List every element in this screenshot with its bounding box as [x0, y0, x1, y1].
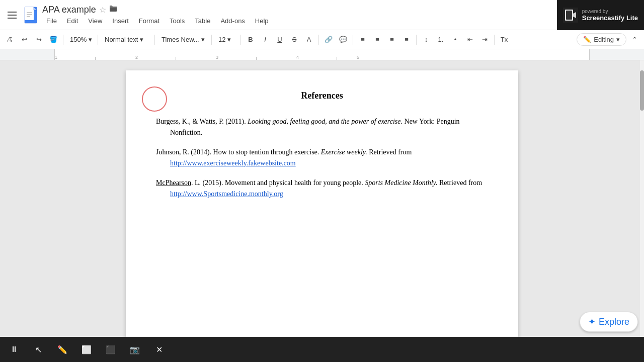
doc-icon: [24, 7, 38, 24]
editing-label: Editing: [594, 36, 614, 43]
ruler: 1 2 3 4 5: [0, 49, 644, 60]
font-size-value: 12: [218, 36, 225, 43]
align-justify-btn[interactable]: ≡: [400, 33, 413, 46]
ref2-link[interactable]: http://www.exerciseweekly.fakewebsite.co…: [170, 159, 296, 167]
link-btn[interactable]: 🔗: [322, 33, 335, 46]
screencastify-logo: powered by Screencastify Lite: [557, 0, 644, 30]
clear-format-btn[interactable]: Tx: [498, 33, 511, 46]
redo-btn[interactable]: ↪: [32, 33, 45, 46]
camera-btn[interactable]: 📷: [127, 341, 143, 357]
sep5: [240, 35, 241, 45]
ruler-mark-4: 4: [296, 55, 299, 60]
menu-row: File Edit View Insert Format Tools Table…: [42, 16, 557, 26]
doc-title[interactable]: APA example: [42, 5, 96, 15]
style-dropdown[interactable]: Normal text ▾: [101, 33, 151, 46]
folder-icon[interactable]: [109, 5, 117, 15]
ul-btn[interactable]: •: [449, 33, 462, 46]
editing-mode-btn[interactable]: ✏️ Editing ▾: [577, 33, 626, 46]
indent-dec-btn[interactable]: ⇤: [463, 33, 476, 46]
zoom-value: 150%: [70, 36, 87, 43]
collapse-toolbar-btn[interactable]: ⌃: [628, 33, 641, 46]
pencil-icon: ✏️: [583, 36, 591, 43]
bottom-bar: ⏸ ↖ ✏️ ⬜ ⬛ 📷 ✕: [0, 337, 644, 362]
scrollbar-thumb[interactable]: [640, 70, 644, 111]
comment-btn[interactable]: 💬: [337, 33, 350, 46]
star-icon[interactable]: ☆: [99, 5, 106, 15]
sep8: [416, 35, 417, 45]
strikethrough-btn[interactable]: S: [288, 33, 301, 46]
menu-tools[interactable]: Tools: [166, 16, 189, 26]
font-chevron: ▾: [201, 36, 205, 43]
size-chevron: ▾: [227, 36, 231, 43]
italic-btn[interactable]: I: [259, 33, 272, 46]
zoom-chevron: ▾: [89, 36, 92, 43]
ruler-mark-3: 3: [216, 55, 218, 60]
font-value: Times New...: [162, 36, 199, 43]
cursor-btn[interactable]: ↖: [30, 341, 46, 357]
shape-btn[interactable]: ⬛: [103, 341, 119, 357]
ref3-text: McPhearson. L. (2015). Movement and phys…: [156, 179, 482, 198]
zoom-dropdown[interactable]: 150% ▾: [66, 33, 95, 46]
ruler-mark-5: 5: [357, 55, 359, 60]
pause-btn[interactable]: ⏸: [6, 341, 22, 357]
menu-format[interactable]: Format: [135, 16, 164, 26]
undo-btn[interactable]: ↩: [18, 33, 31, 46]
explore-btn[interactable]: ✦ Explore: [580, 312, 638, 332]
ref3-link[interactable]: http://www.Sportsmedicine.monthly.org: [170, 190, 283, 198]
sep2: [98, 35, 98, 45]
screencastify-text: powered by Screencastify Lite: [582, 9, 638, 22]
editing-chevron: ▾: [616, 36, 620, 43]
reference-entry-2: Johnson, R. (2014). How to stop tention …: [170, 147, 488, 169]
menu-insert[interactable]: Insert: [108, 16, 133, 26]
ruler-inner: 1 2 3 4 5: [54, 49, 590, 60]
sep7: [353, 35, 353, 45]
menu-view[interactable]: View: [84, 16, 106, 26]
format-paint-btn[interactable]: 🪣: [47, 33, 60, 46]
screencastify-logo-icon: [563, 8, 578, 23]
reference-entry-3: McPhearson. L. (2015). Movement and phys…: [170, 177, 488, 200]
menu-edit[interactable]: Edit: [63, 16, 82, 26]
sep3: [154, 35, 155, 45]
line-spacing-btn[interactable]: ↕: [420, 33, 433, 46]
align-left-btn[interactable]: ≡: [356, 33, 369, 46]
ruler-tick: [95, 57, 96, 60]
underline-btn[interactable]: U: [273, 33, 286, 46]
references-title: References: [301, 90, 343, 101]
indent-inc-btn[interactable]: ⇥: [478, 33, 491, 46]
text-color-btn[interactable]: A: [302, 33, 315, 46]
ruler-tick: [256, 57, 257, 60]
align-center-btn[interactable]: ≡: [371, 33, 384, 46]
menu-file[interactable]: File: [42, 16, 61, 26]
menu-addons[interactable]: Add-ons: [216, 16, 249, 26]
bold-btn[interactable]: B: [244, 33, 257, 46]
right-scrollbar[interactable]: [640, 60, 644, 362]
svg-rect-1: [25, 7, 34, 20]
close-btn[interactable]: ✕: [151, 341, 167, 357]
explore-icon: ✦: [588, 316, 596, 327]
sep1: [63, 35, 63, 45]
doc-title-row: APA example ☆: [42, 5, 557, 15]
font-size-dropdown[interactable]: 12 ▾: [215, 33, 237, 46]
svg-rect-10: [566, 11, 572, 20]
doc-page[interactable]: References Burgess, K., & Watts, P. (201…: [126, 70, 518, 352]
draw-btn[interactable]: ✏️: [54, 341, 70, 357]
ruler-mark-2: 2: [135, 55, 138, 60]
menu-table[interactable]: Table: [191, 16, 214, 26]
references-heading: References: [156, 90, 488, 101]
title-area: APA example ☆ File Edit View Insert Form…: [42, 5, 557, 26]
align-right-btn[interactable]: ≡: [385, 33, 398, 46]
sep4: [211, 35, 212, 45]
menu-help[interactable]: Help: [251, 16, 273, 26]
page-area: References Burgess, K., & Watts, P. (201…: [0, 60, 644, 362]
ol-btn[interactable]: 1.: [434, 33, 447, 46]
sep9: [494, 35, 495, 45]
reference-entry-1: Burgess, K., & Watts, P. (2011). Looking…: [170, 116, 488, 139]
eraser-btn[interactable]: ⬜: [78, 341, 95, 357]
ruler-tick: [176, 57, 176, 60]
ref2-text: Johnson, R. (2014). How to stop tention …: [156, 148, 412, 156]
style-chevron: ▾: [140, 36, 143, 43]
circle-annotation: [142, 86, 167, 112]
print-btn[interactable]: 🖨: [3, 33, 16, 46]
hamburger-icon[interactable]: [4, 7, 20, 23]
font-dropdown[interactable]: Times New... ▾: [158, 33, 208, 46]
